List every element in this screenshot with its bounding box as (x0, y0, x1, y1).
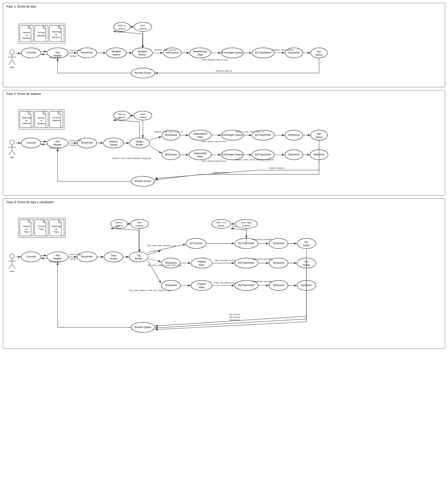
svg-text:al: al (41, 119, 42, 122)
svg-text:Listener: Listener (135, 224, 144, 227)
svg-text:File: File (56, 140, 60, 143)
svg-text:Exchanges Queue: Exchanges Queue (222, 153, 243, 156)
svg-text:Ej3TripsSolver: Ej3TripsSolver (255, 153, 271, 156)
svg-text:Ej1TripsSolver: Ej1TripsSolver (255, 51, 271, 54)
svg-text:Toronto: Toronto (53, 116, 60, 119)
svg-text:Socket: Socket (70, 55, 77, 57)
svg-text:Console: Console (26, 255, 36, 258)
svg-text:Console: Console (26, 141, 36, 144)
svg-text:Toronto: Toronto (38, 225, 45, 228)
svg-text:Socket: Socket (70, 258, 77, 260)
svg-text:Trip: start_station_code, star: Trip: start_station_code, start_date (147, 264, 182, 266)
doc-montreal-weather: Montre al Weather (20, 25, 33, 42)
svg-text:Weather: Weather (22, 37, 31, 39)
phase3-svg: Montre al Trips Toronto Trips (6, 207, 442, 344)
phase3-title: Fase 3: Envio de trips y resultados (6, 200, 54, 204)
svg-text:on: on (55, 228, 57, 230)
svg-text:Row of data: Row of data (70, 139, 82, 142)
svg-text:Filter Trip data for Ej3: Filter Trip data for Ej3 (214, 282, 236, 284)
svg-text:Queue: Queue (112, 53, 120, 56)
svg-text:User: User (10, 66, 15, 69)
svg-text:EOF Trips: EOF Trips (241, 221, 251, 224)
svg-text:Socket: Socket (70, 144, 77, 146)
svg-text:Ej2TripsSolver: Ej2TripsSolver (255, 133, 271, 136)
svg-text:Montre: Montre (38, 117, 45, 119)
svg-text:WE1Queue: WE1Queue (166, 51, 179, 54)
svg-text:Weather: Weather (138, 50, 147, 53)
svg-text:Filter Station data for Ej3: Filter Station data for Ej3 (202, 160, 226, 162)
svg-text:EOF: EOF (232, 225, 237, 228)
svg-text:Trips: Trips (54, 231, 58, 233)
svg-text:Filter: Filter (198, 136, 203, 139)
svg-text:Montre: Montre (23, 31, 30, 34)
svg-line-298 (148, 259, 161, 262)
svg-line-190 (113, 120, 140, 122)
svg-text:Ej3Queue: Ej3Queue (288, 153, 299, 156)
svg-text:EntryPoint: EntryPoint (81, 141, 93, 144)
doc-toronto-trips: Toronto Trips (35, 220, 48, 236)
phase2-title: Fase 2: Envio de stations (6, 92, 41, 95)
svg-line-172 (150, 146, 162, 153)
phase2-svg: Washingt on Stations Montre al Stations (6, 99, 442, 191)
svg-text:Trip: start_date, duration_sec: Trip: start_date, duration_sec (147, 244, 176, 247)
svg-text:Ej1Queue: Ej1Queue (288, 51, 299, 54)
svg-text:StationsEj3: StationsEj3 (194, 152, 207, 155)
svg-text:Results Queue: Results Queue (135, 71, 151, 74)
svg-text:Ej1Queue: Ej1Queue (273, 242, 284, 245)
doc-montreal-stations: Montre al Stations (35, 111, 48, 128)
phase1-diagram: Montre al Weather Toronto Weather (6, 11, 442, 83)
phase1-svg: Montre al Weather Toronto Weather (6, 11, 442, 83)
svg-text:SE2Queue: SE2Queue (165, 133, 177, 136)
svg-point-223 (10, 254, 14, 258)
svg-text:Exchanges Queue: Exchanges Queue (222, 51, 243, 54)
svg-text:Ej1TQueue: Ej1TQueue (190, 242, 202, 245)
svg-text:Results Queue: Results Queue (135, 180, 151, 182)
svg-text:TE3Queue: TE3Queue (165, 284, 177, 287)
svg-line-171 (150, 137, 162, 140)
phase1-box: Fase 1: Envio de trips Mont (3, 3, 445, 87)
svg-line-317 (231, 228, 246, 230)
svg-text:User: User (10, 270, 15, 273)
svg-text:al: al (26, 34, 27, 37)
svg-text:TripsEj3: TripsEj3 (197, 283, 206, 285)
svg-text:Row of data: Row of data (70, 253, 82, 256)
svg-text:Filter Weather data for Ej1: Filter Weather data for Ej1 (202, 58, 228, 61)
svg-text:Weather: Weather (112, 50, 121, 53)
svg-text:File: File (56, 51, 60, 54)
svg-text:Washingt: Washingt (51, 31, 61, 33)
svg-point-108 (10, 140, 14, 144)
svg-line-23 (9, 60, 12, 65)
svg-text:Broker: Broker (136, 143, 143, 146)
svg-text:Ej3 Result: Ej3 Result (229, 319, 240, 321)
svg-text:Trips: Trips (24, 231, 29, 233)
svg-text:EntryPoint: EntryPoint (81, 51, 93, 54)
svg-text:Station: code, name, year_id: Station: code, name, year_id (154, 130, 183, 133)
svg-text:WeathersEj1: WeathersEj1 (193, 50, 207, 53)
svg-text:Queue: Queue (110, 143, 117, 146)
svg-text:EOF: EOF (116, 117, 121, 119)
svg-text:Stations data ok: Stations data ok (269, 167, 285, 169)
svg-text:Montre: Montre (23, 225, 30, 228)
svg-line-201 (155, 174, 202, 180)
svg-text:Queue: Queue (218, 224, 225, 227)
svg-text:EntryPoint: EntryPoint (81, 255, 93, 258)
svg-text:Solver: Solver (316, 53, 323, 56)
svg-text:Station: code, name, latitude,: Station: code, name, latitude, longitude (235, 158, 274, 161)
svg-text:Ej1: Ej1 (317, 50, 321, 53)
svg-text:Solver: Solver (303, 244, 310, 247)
doc-montreal-trips: Montre al Trips (20, 220, 33, 236)
svg-text:Stations: Stations (109, 140, 118, 143)
svg-text:User: User (10, 156, 15, 159)
doc-washington-trips: Washingt on Trips (50, 220, 64, 236)
svg-text:Filter: Filter (199, 286, 205, 289)
svg-text:Filter: Filter (199, 264, 205, 266)
svg-text:Trips: Trips (39, 228, 44, 230)
svg-text:Station: Station (136, 140, 144, 143)
svg-line-24 (12, 60, 15, 65)
svg-text:on: on (55, 33, 57, 36)
svg-text:Weather data ok: Weather data ok (216, 70, 232, 72)
svg-text:EOF T Ls: EOF T Ls (217, 221, 226, 224)
svg-text:Resultados parciales: Resultados parciales (252, 238, 273, 241)
svg-text:Weather: Weather (52, 36, 60, 39)
svg-text:Trip: start_station_code, end_: Trip: start_station_code, end_station_co… (129, 289, 171, 292)
